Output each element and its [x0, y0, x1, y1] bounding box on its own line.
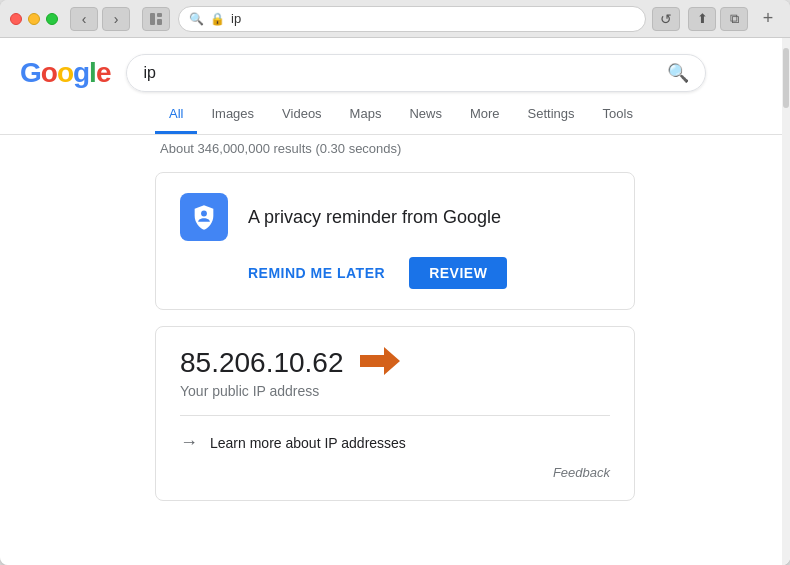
forward-button[interactable]: ›: [102, 7, 130, 31]
page-content: Google ip 🔍 All Images Videos Maps News …: [0, 38, 790, 565]
minimize-button[interactable]: [28, 13, 40, 25]
privacy-icon: [180, 193, 228, 241]
logo-o2: o: [57, 57, 73, 88]
address-bar[interactable]: 🔍 🔒 ip: [178, 6, 646, 32]
privacy-actions: REMIND ME LATER REVIEW: [180, 257, 610, 289]
lock-icon: 🔒: [210, 12, 225, 26]
nav-buttons: ‹ ›: [70, 7, 130, 31]
share-button[interactable]: ⬆: [688, 7, 716, 31]
ip-label: Your public IP address: [180, 383, 610, 399]
scrollbar[interactable]: [782, 38, 790, 565]
logo-g: G: [20, 57, 41, 88]
remind-later-button[interactable]: REMIND ME LATER: [248, 265, 385, 281]
search-input: ip: [143, 64, 667, 82]
search-icon[interactable]: 🔍: [667, 62, 689, 84]
tab-videos[interactable]: Videos: [268, 96, 336, 134]
tab-more[interactable]: More: [456, 96, 514, 134]
ip-address: 85.206.10.62: [180, 347, 344, 379]
shield-person-icon: [190, 203, 218, 231]
privacy-card-content: A privacy reminder from Google: [180, 193, 610, 241]
maximize-button[interactable]: [46, 13, 58, 25]
svg-marker-4: [360, 347, 400, 375]
logo-e: e: [96, 57, 111, 88]
reload-button[interactable]: ↺: [652, 7, 680, 31]
nav-tabs: All Images Videos Maps News More Setting…: [0, 96, 790, 135]
browser-actions: ⬆ ⧉: [688, 7, 748, 31]
privacy-card: A privacy reminder from Google REMIND ME…: [155, 172, 635, 310]
tab-settings[interactable]: Settings: [514, 96, 589, 134]
arrow-icon: [360, 347, 400, 379]
search-bar[interactable]: ip 🔍: [126, 54, 706, 92]
ip-row: 85.206.10.62: [180, 347, 610, 379]
logo-o1: o: [41, 57, 57, 88]
tab-tools[interactable]: Tools: [589, 96, 647, 134]
svg-rect-2: [157, 19, 162, 25]
learn-more-text: Learn more about IP addresses: [210, 435, 406, 451]
sidebar-button[interactable]: [142, 7, 170, 31]
feedback-link[interactable]: Feedback: [553, 465, 610, 480]
tab-images[interactable]: Images: [197, 96, 268, 134]
title-bar: ‹ › 🔍 🔒 ip ↺ ⬆ ⧉ +: [0, 0, 790, 38]
results-info: About 346,000,000 results (0.30 seconds): [0, 135, 790, 162]
google-header: Google ip 🔍: [0, 38, 790, 92]
ip-card: 85.206.10.62 Your public IP address → Le…: [155, 326, 635, 501]
svg-rect-1: [157, 13, 162, 17]
logo-l: l: [89, 57, 96, 88]
svg-rect-0: [150, 13, 155, 25]
ip-divider: [180, 415, 610, 416]
svg-point-3: [201, 211, 207, 217]
tab-maps[interactable]: Maps: [336, 96, 396, 134]
feedback-row: Feedback: [180, 453, 610, 480]
review-button[interactable]: REVIEW: [409, 257, 507, 289]
back-button[interactable]: ‹: [70, 7, 98, 31]
window-button[interactable]: ⧉: [720, 7, 748, 31]
tab-news[interactable]: News: [395, 96, 456, 134]
nav-tabs-right: Settings Tools: [514, 96, 647, 134]
learn-more-link[interactable]: → Learn more about IP addresses: [180, 432, 610, 453]
close-button[interactable]: [10, 13, 22, 25]
privacy-title: A privacy reminder from Google: [248, 207, 501, 228]
traffic-lights: [10, 13, 58, 25]
address-text: ip: [231, 11, 241, 26]
tab-all[interactable]: All: [155, 96, 197, 134]
address-bar-container: 🔍 🔒 ip ↺: [178, 6, 680, 32]
google-logo: Google: [20, 57, 110, 89]
scrollbar-thumb: [783, 48, 789, 108]
arrow-right-icon: →: [180, 432, 198, 453]
logo-g2: g: [73, 57, 89, 88]
add-tab-button[interactable]: +: [756, 7, 780, 31]
search-address-icon: 🔍: [189, 12, 204, 26]
browser-window: ‹ › 🔍 🔒 ip ↺ ⬆ ⧉ + Go: [0, 0, 790, 565]
